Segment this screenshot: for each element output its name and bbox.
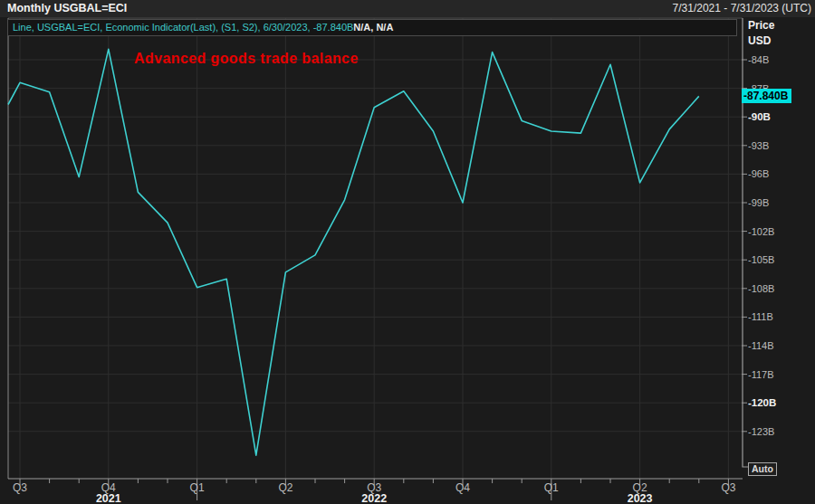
chart-window: Monthly USGBAL=ECI 7/31/2021 - 7/31/2023… — [0, 0, 815, 504]
legend-na-text: N/A, N/A — [353, 22, 393, 33]
chart-annotation: Advanced goods trade balance — [134, 51, 359, 67]
price-axis-line — [743, 18, 748, 467]
price-line — [8, 49, 699, 455]
auto-scale-button[interactable]: Auto — [748, 462, 777, 476]
legend-series-text: Line, USGBAL=ECI, Economic Indicator(Las… — [13, 22, 353, 33]
series-legend[interactable]: Line, USGBAL=ECI, Economic Indicator(Las… — [7, 19, 737, 36]
plot-area[interactable] — [0, 0, 815, 504]
